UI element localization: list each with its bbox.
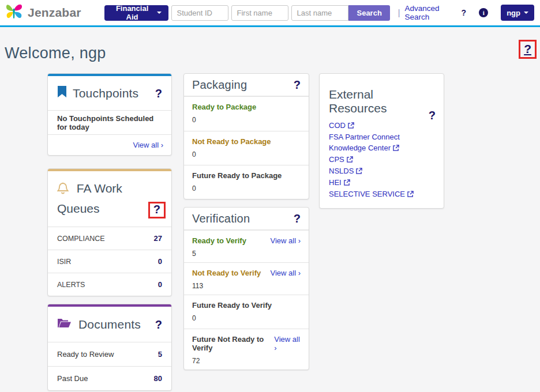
student-id-input[interactable] <box>171 5 228 21</box>
touchpoints-help-icon[interactable]: ? <box>155 88 162 99</box>
search-button[interactable]: Search <box>348 5 389 21</box>
fa-work-queues-card: FA Work Queues ? COMPLIANCE 27 ISIR 0 AL… <box>47 168 172 296</box>
butterfly-logo-icon <box>5 3 24 22</box>
touchpoints-header: Touchpoints ? <box>48 76 171 110</box>
info-icon[interactable]: i <box>479 8 488 17</box>
fa-queue-row-compliance[interactable]: COMPLIANCE 27 <box>48 227 171 250</box>
touchpoints-title: Touchpoints <box>73 86 138 100</box>
financial-aid-dropdown[interactable]: Financial Aid <box>104 5 169 21</box>
caret-down-icon <box>524 12 528 14</box>
financial-aid-dropdown-label: Financial Aid <box>111 4 153 21</box>
advanced-search-link[interactable]: Advanced Search <box>405 4 462 21</box>
packaging-row-ready: Ready to Package 0 <box>184 97 309 131</box>
touchpoints-footer: View all › <box>48 134 171 155</box>
external-link-icon <box>407 191 414 197</box>
documents-title: Documents <box>78 318 141 331</box>
fa-work-queues-help-highlight[interactable]: ? <box>148 202 166 218</box>
external-link-icon <box>393 145 399 151</box>
packaging-row-count: 0 <box>192 150 301 159</box>
external-resources-list: COD FSA Partner Connect Knowledge Center… <box>329 120 434 199</box>
welcome-row: Welcome, ngp ? <box>0 27 540 73</box>
packaging-row-notready: Not Ready to Package 0 <box>184 131 309 165</box>
verification-view-all-link[interactable]: View all › <box>270 269 301 277</box>
user-menu-button[interactable]: ngp <box>501 5 534 21</box>
verification-row-count: 113 <box>192 282 301 290</box>
document-row-count[interactable]: 5 <box>158 350 162 359</box>
verification-row-label: Ready to Verify <box>192 236 246 245</box>
touchpoints-empty-message: No Touchpoints Scheduled for today <box>48 110 171 134</box>
verification-row-notready: Not Ready to Verify View all › 113 <box>184 262 309 295</box>
caret-down-icon <box>157 12 162 14</box>
queue-count[interactable]: 27 <box>154 234 162 243</box>
documents-row-ready[interactable]: Ready to Review 5 <box>48 342 171 366</box>
external-link-text: HEI <box>329 178 342 187</box>
fa-queue-row-isir[interactable]: ISIR 0 <box>48 250 171 273</box>
first-name-input[interactable] <box>231 5 288 21</box>
fa-work-queues-help-icon[interactable]: ? <box>153 203 160 216</box>
fa-queue-row-alerts[interactable]: ALERTS 0 <box>48 273 171 296</box>
external-resources-help-icon[interactable]: ? <box>429 110 436 121</box>
queue-count[interactable]: 0 <box>158 257 162 266</box>
verification-help-icon[interactable]: ? <box>294 213 301 224</box>
list-item: FSA Partner Connect Knowledge Center <box>329 131 424 153</box>
verification-row-count: 5 <box>192 250 301 258</box>
external-link-icon <box>347 156 353 163</box>
user-menu-label: ngp <box>507 9 520 17</box>
external-link-hei[interactable]: HEI <box>329 178 350 187</box>
external-link-icon <box>356 168 362 174</box>
list-item: COD <box>329 120 424 131</box>
documents-card: Documents ? Ready to Review 5 Past Due 8… <box>47 304 172 391</box>
verification-row-label: Future Ready to Verify <box>192 301 272 310</box>
external-link-text: COD <box>329 121 346 130</box>
external-link-selective-service[interactable]: SELECTIVE SERVICE <box>329 190 414 198</box>
packaging-header: Packaging ? <box>184 74 309 97</box>
verification-row-count: 72 <box>192 357 301 365</box>
last-name-input[interactable] <box>291 5 348 21</box>
verification-title: Verification <box>192 212 250 225</box>
document-row-label: Ready to Review <box>57 350 114 359</box>
bookmark-icon <box>57 86 67 100</box>
document-row-count[interactable]: 80 <box>154 374 162 383</box>
column-right: External Resources ? COD FSA Partner Con… <box>319 73 444 209</box>
fa-work-queues-header: FA Work Queues ? <box>48 171 171 227</box>
logo-wordmark: Jenzabar <box>28 6 81 20</box>
packaging-card: Packaging ? Ready to Package 0 Not Ready… <box>183 73 309 199</box>
touchpoints-card: Touchpoints ? No Touchpoints Scheduled f… <box>47 73 172 156</box>
column-middle: Packaging ? Ready to Package 0 Not Ready… <box>183 73 309 370</box>
documents-help-icon[interactable]: ? <box>155 319 162 330</box>
bell-icon <box>57 183 72 197</box>
header-search-area: Financial Aid Search | Advanced Search <box>104 4 462 21</box>
verification-row-label: Future Not Ready to Verify <box>192 335 274 352</box>
external-link-cod[interactable]: COD <box>329 121 354 130</box>
lastname-search-group: Search <box>291 5 389 21</box>
queue-count[interactable]: 0 <box>158 280 162 289</box>
packaging-help-icon[interactable]: ? <box>294 79 301 91</box>
list-item: NSLDS <box>329 165 424 176</box>
queue-label: ISIR <box>57 258 71 266</box>
folder-icon <box>57 318 72 331</box>
list-item: CPS <box>329 154 424 165</box>
touchpoints-view-all-link[interactable]: View all › <box>133 141 163 149</box>
header-help-icon[interactable]: ? <box>462 8 467 17</box>
verification-row-count: 0 <box>192 314 301 322</box>
fa-work-queues-title: FA Work Queues <box>57 179 144 218</box>
packaging-row-label: Not Ready to Package <box>192 137 271 146</box>
page-help-highlight[interactable]: ? <box>519 40 537 59</box>
external-link-text: FSA Partner Connect Knowledge Center <box>329 133 400 152</box>
external-link-fsa-partner-connect[interactable]: FSA Partner Connect Knowledge Center <box>329 133 400 152</box>
packaging-row-count: 0 <box>192 116 301 124</box>
external-link-icon <box>344 179 350 186</box>
jenzabar-logo[interactable]: Jenzabar <box>5 3 81 22</box>
list-item: HEI <box>329 177 424 188</box>
external-link-nslds[interactable]: NSLDS <box>329 167 362 175</box>
separator: | <box>398 8 400 17</box>
dashboard-columns: Touchpoints ? No Touchpoints Scheduled f… <box>47 73 540 391</box>
verification-view-all-link[interactable]: View all › <box>270 236 301 245</box>
page-help-icon[interactable]: ? <box>524 42 531 55</box>
packaging-row-label: Ready to Package <box>192 103 256 111</box>
external-link-text: SELECTIVE SERVICE <box>329 190 405 198</box>
documents-row-pastdue[interactable]: Past Due 80 <box>48 366 171 390</box>
external-link-cps[interactable]: CPS <box>329 155 353 164</box>
external-resources-title: External Resources <box>329 88 434 115</box>
verification-view-all-link[interactable]: View all › <box>274 335 301 352</box>
